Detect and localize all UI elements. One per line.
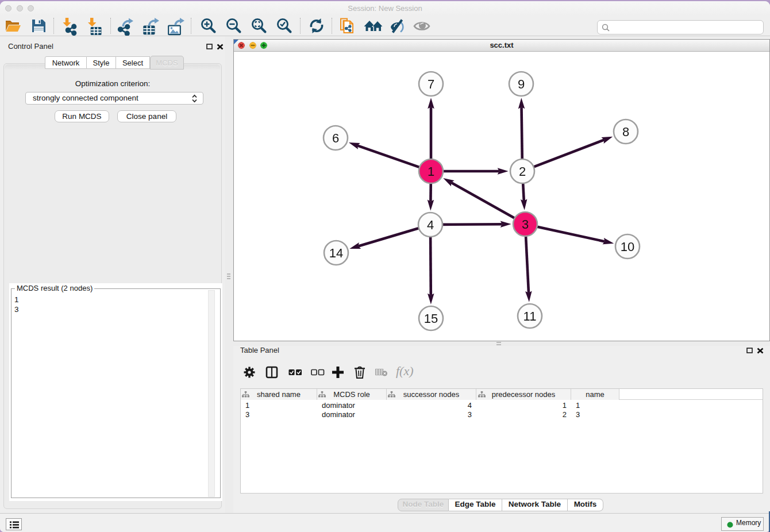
svg-text:7: 7 xyxy=(428,77,434,91)
svg-text:11: 11 xyxy=(523,309,537,323)
svg-text:1: 1 xyxy=(428,164,434,179)
svg-text:8: 8 xyxy=(622,125,629,139)
svg-text:2: 2 xyxy=(519,164,526,179)
svg-text:3: 3 xyxy=(522,217,529,232)
svg-text:4: 4 xyxy=(427,218,434,232)
svg-text:9: 9 xyxy=(518,77,525,91)
svg-text:6: 6 xyxy=(332,131,339,145)
svg-text:14: 14 xyxy=(329,246,343,260)
svg-text:15: 15 xyxy=(424,311,438,326)
svg-text:10: 10 xyxy=(621,240,634,254)
